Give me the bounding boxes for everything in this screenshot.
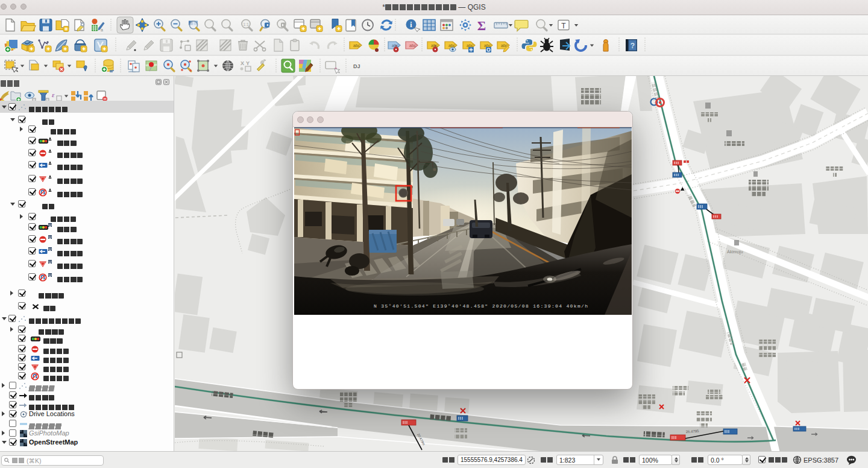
- svg-text:X: X: [241, 60, 244, 66]
- svg-text:Y: Y: [246, 60, 250, 66]
- svg-text:?: ?: [631, 42, 635, 50]
- svg-text:T: T: [561, 22, 566, 30]
- svg-text:1:1: 1:1: [243, 22, 249, 27]
- svg-text:ε: ε: [52, 91, 55, 98]
- svg-text:abc: abc: [448, 43, 456, 48]
- svg-text:abc: abc: [467, 43, 474, 48]
- svg-text:Σ: Σ: [477, 18, 486, 33]
- svg-text:abc: abc: [353, 43, 360, 48]
- svg-text:N 35°40'51.504" E139°40'48.45: N 35°40'51.504" E139°40'48.458" 2020/05/…: [374, 303, 588, 309]
- svg-text:abc: abc: [409, 43, 417, 48]
- svg-text:abc: abc: [484, 43, 491, 48]
- svg-text:a: a: [101, 28, 103, 32]
- svg-text:DJ: DJ: [353, 63, 360, 69]
- svg-text:Akimoju: Akimoju: [727, 249, 743, 255]
